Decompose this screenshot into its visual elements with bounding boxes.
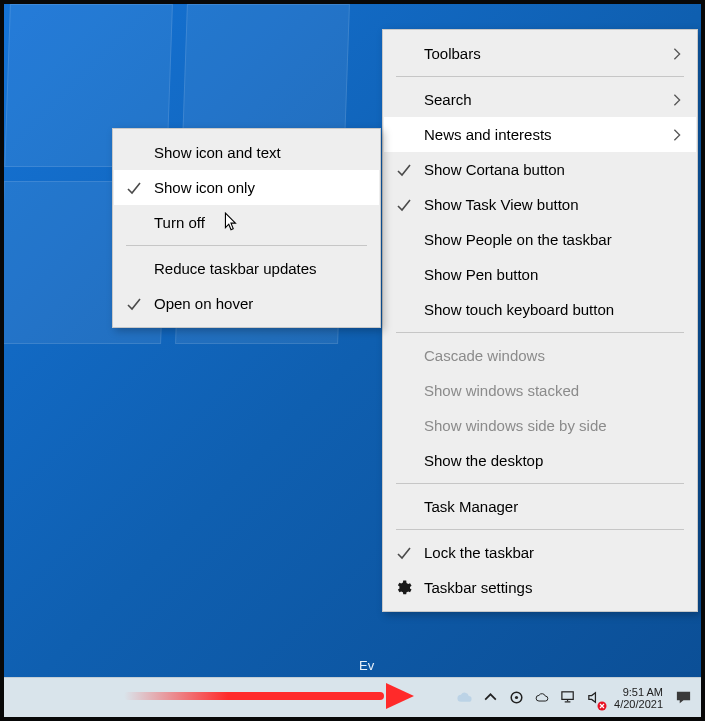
menu-label: Turn off [154,214,205,231]
svg-rect-2 [561,692,572,700]
menu-item-search[interactable]: Search [384,82,696,117]
menu-label: Show windows side by side [424,417,607,434]
check-icon [396,162,412,178]
menu-label: Show icon and text [154,144,281,161]
menu-item-news-interests[interactable]: News and interests [384,117,696,152]
chevron-right-icon [670,47,684,61]
menu-label: Show People on the taskbar [424,231,612,248]
menu-label: Toolbars [424,45,481,62]
menu-item-taskview[interactable]: Show Task View button [384,187,696,222]
onedrive-icon[interactable] [530,686,554,710]
submenu-item-open-hover[interactable]: Open on hover [114,286,379,321]
location-icon[interactable] [504,686,528,710]
menu-item-showdesktop[interactable]: Show the desktop [384,443,696,478]
menu-item-people[interactable]: Show People on the taskbar [384,222,696,257]
submenu-item-icon-text[interactable]: Show icon and text [114,135,379,170]
menu-label: Task Manager [424,498,518,515]
menu-item-stacked: Show windows stacked [384,373,696,408]
menu-label: Lock the taskbar [424,544,534,561]
annotation-arrow-icon [124,689,414,703]
news-interests-submenu: Show icon and text Show icon only Turn o… [112,128,381,328]
svg-point-1 [514,696,517,699]
menu-label: News and interests [424,126,552,143]
menu-label: Show Pen button [424,266,538,283]
menu-item-cortana[interactable]: Show Cortana button [384,152,696,187]
weather-icon[interactable] [452,686,476,710]
check-icon [126,296,142,312]
menu-label: Show touch keyboard button [424,301,614,318]
action-center-icon[interactable] [671,686,695,710]
network-icon[interactable] [556,686,580,710]
chevron-right-icon [670,128,684,142]
svg-rect-3 [564,701,570,702]
menu-label: Cascade windows [424,347,545,364]
menu-item-touchkb[interactable]: Show touch keyboard button [384,292,696,327]
menu-label: Reduce taskbar updates [154,260,317,277]
menu-label: Show Task View button [424,196,579,213]
menu-item-pen[interactable]: Show Pen button [384,257,696,292]
separator [396,332,684,333]
chevron-up-icon[interactable] [478,686,502,710]
watermark-text: Ev [359,658,374,673]
menu-item-sidebyside: Show windows side by side [384,408,696,443]
cursor-icon [224,212,238,232]
check-icon [126,180,142,196]
menu-item-lock[interactable]: Lock the taskbar [384,535,696,570]
menu-label: Show windows stacked [424,382,579,399]
menu-label: Show icon only [154,179,255,196]
submenu-item-reduce-updates[interactable]: Reduce taskbar updates [114,251,379,286]
separator [396,529,684,530]
check-icon [396,545,412,561]
separator [126,245,367,246]
separator [396,76,684,77]
submenu-item-turn-off[interactable]: Turn off [114,205,379,240]
date-text: 4/20/2021 [614,698,663,710]
submenu-item-icon-only[interactable]: Show icon only [114,170,379,205]
volume-icon[interactable] [582,686,606,710]
menu-label: Open on hover [154,295,253,312]
time-text: 9:51 AM [623,686,663,698]
taskbar-context-menu: Toolbars Search News and interests Show … [382,29,698,612]
menu-item-toolbars[interactable]: Toolbars [384,36,696,71]
menu-item-taskmgr[interactable]: Task Manager [384,489,696,524]
separator [396,483,684,484]
system-tray: 9:51 AM 4/20/2021 [452,686,695,710]
menu-item-settings[interactable]: Taskbar settings [384,570,696,605]
menu-item-cascade: Cascade windows [384,338,696,373]
menu-label: Search [424,91,472,108]
menu-label: Show the desktop [424,452,543,469]
clock[interactable]: 9:51 AM 4/20/2021 [608,686,669,710]
check-icon [396,197,412,213]
chevron-right-icon [670,93,684,107]
menu-label: Taskbar settings [424,579,532,596]
menu-label: Show Cortana button [424,161,565,178]
gear-icon [394,579,412,597]
